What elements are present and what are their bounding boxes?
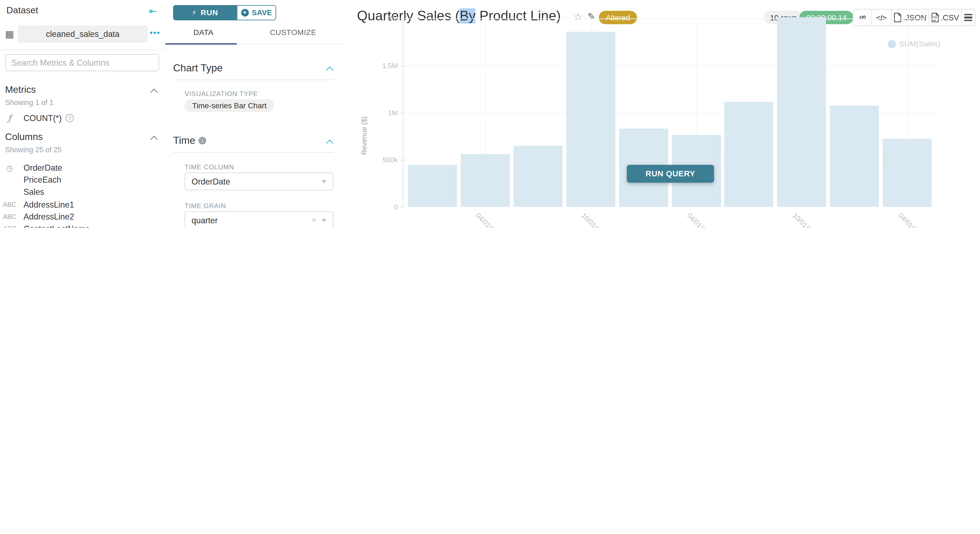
- metrics-collapse-icon[interactable]: [150, 89, 158, 96]
- function-icon: ƒ: [0, 113, 19, 122]
- bar-2003-01-01[interactable]: [408, 165, 457, 207]
- column-item-AddressLine2[interactable]: ABCAddressLine2: [0, 211, 160, 223]
- metrics-showing-count: Showing 1 of 1: [5, 99, 53, 106]
- column-label: OrderDate: [24, 163, 62, 172]
- axis-tick: [400, 19, 403, 19]
- column-item-AddressLine1[interactable]: ABCAddressLine1: [0, 199, 160, 211]
- column-label: ContactLastName: [24, 224, 90, 228]
- str-type-icon: ABC: [0, 213, 19, 220]
- y-tick-label: 1.5M: [372, 62, 398, 70]
- time-column-select[interactable]: OrderDate: [185, 173, 333, 191]
- chart-type-section-title: Chart Type: [173, 62, 223, 74]
- metric-item[interactable]: ƒ COUNT(*) ?: [0, 112, 160, 124]
- str-type-icon: ABC: [0, 225, 19, 228]
- columns-section-title: Columns: [5, 131, 43, 142]
- bar-2003-07-01[interactable]: [513, 146, 562, 207]
- y-tick-label: 500k: [372, 156, 398, 164]
- dataset-options-icon[interactable]: •••: [150, 28, 160, 37]
- active-tab-underline: [165, 43, 237, 44]
- y-tick-label: 0: [372, 203, 398, 211]
- x-tick-label: 10/01/2004: [791, 211, 821, 228]
- x-tick-label: 10/01/2003: [580, 211, 610, 228]
- gridline: [403, 66, 939, 66]
- time-section-title: Timei: [173, 135, 206, 146]
- run-query-button[interactable]: RUN QUERY: [627, 165, 714, 183]
- column-item-Sales[interactable]: Sales: [0, 186, 160, 199]
- plus-circle-icon: +: [241, 9, 248, 17]
- edit-title-icon[interactable]: ✎: [587, 11, 595, 22]
- dataset-panel: Dataset ⇤ ▦ cleaned_sales_data ••• Metri…: [0, 0, 166, 228]
- x-tick-label: 04/01/2004: [686, 211, 716, 228]
- column-label: AddressLine1: [24, 200, 74, 209]
- control-panel: ⚡ RUN + SAVE DATA CUSTOMIZE Chart Type V…: [165, 0, 344, 228]
- chart-type-collapse-icon[interactable]: [326, 67, 333, 74]
- lightning-icon: ⚡: [192, 9, 197, 17]
- chevron-down-icon: [321, 180, 326, 183]
- y-axis-line: [403, 19, 403, 208]
- column-item-OrderDate[interactable]: ◷OrderDate: [0, 162, 160, 174]
- tab-customize[interactable]: CUSTOMIZE: [270, 28, 317, 37]
- export-json-button[interactable]: .JSON: [892, 10, 929, 25]
- viz-type-label: VISUALIZATION TYPE: [185, 90, 258, 97]
- columns-showing-count: Showing 25 of 25: [5, 146, 62, 153]
- time-grain-label: TIME GRAIN: [185, 202, 226, 210]
- legend-label: SUM(Sales): [899, 39, 940, 48]
- bar-2004-07-01[interactable]: [724, 102, 773, 207]
- time-grain-select[interactable]: quarter ×: [185, 211, 333, 228]
- bar-2005-01-01[interactable]: [830, 106, 879, 207]
- selected-text: By: [460, 8, 476, 23]
- axis-tick: [400, 160, 403, 161]
- dataset-name[interactable]: cleaned_sales_data: [18, 25, 148, 43]
- time-type-icon: ◷: [0, 163, 19, 172]
- metrics-columns-search-input[interactable]: [5, 54, 159, 71]
- divider: [0, 50, 165, 50]
- dataset-panel-title: Dataset: [6, 5, 38, 16]
- embed-code-button[interactable]: </>: [872, 10, 892, 25]
- tab-data[interactable]: DATA: [193, 28, 213, 37]
- menu-button[interactable]: [962, 10, 975, 25]
- chart-legend[interactable]: SUM(Sales): [888, 39, 940, 48]
- bar-2003-10-01[interactable]: [566, 32, 615, 207]
- axis-tick: [400, 66, 403, 66]
- bar-2003-04-01[interactable]: [461, 154, 510, 207]
- gridline: [403, 19, 939, 19]
- time-collapse-icon[interactable]: [326, 140, 333, 147]
- copy-link-button[interactable]: [853, 10, 872, 25]
- legend-marker-icon: [888, 40, 896, 48]
- viz-type-pill[interactable]: Time-series Bar Chart: [185, 99, 274, 112]
- column-label: Sales: [24, 187, 44, 197]
- info-icon: i: [199, 137, 206, 145]
- collapse-panel-icon[interactable]: ⇤: [149, 6, 157, 16]
- altered-badge: Altered: [599, 11, 637, 24]
- dataset-table-icon: ▦: [5, 29, 14, 40]
- bar-2004-10-01[interactable]: [777, 17, 826, 207]
- code-icon: </>: [877, 14, 886, 21]
- column-label: PriceEach: [24, 175, 61, 184]
- column-item-PriceEach[interactable]: PriceEach: [0, 174, 160, 186]
- favorite-star-icon[interactable]: ☆: [573, 11, 582, 23]
- export-csv-button[interactable]: .CSV: [929, 10, 962, 25]
- y-axis-title: Revenue ($): [360, 97, 368, 174]
- str-type-icon: ABC: [0, 201, 19, 208]
- bar-2005-04-01[interactable]: [883, 139, 932, 207]
- main-area: Quarterly Sales (By Product Line) ☆ ✎ Al…: [344, 0, 980, 228]
- y-tick-label: 2M: [372, 15, 398, 22]
- column-item-ContactLastName[interactable]: ABCContactLastName: [0, 223, 160, 228]
- export-toolbar: </> .JSON .CSV: [853, 9, 976, 26]
- axis-tick: [400, 113, 403, 113]
- metrics-section-title: Metrics: [5, 84, 36, 95]
- superset-explore-page: Dataset ⇤ ▦ cleaned_sales_data ••• Metri…: [0, 0, 980, 228]
- help-icon[interactable]: ?: [65, 114, 73, 122]
- column-label: AddressLine2: [24, 212, 74, 221]
- divider: [173, 152, 333, 153]
- columns-collapse-icon[interactable]: [150, 136, 158, 143]
- clear-icon[interactable]: ×: [312, 216, 316, 225]
- save-button[interactable]: + SAVE: [237, 5, 276, 21]
- axis-tick: [400, 207, 403, 207]
- run-button[interactable]: ⚡ RUN: [173, 5, 237, 21]
- x-tick-label: 04/01/2003: [475, 211, 505, 228]
- link-icon: [858, 13, 867, 22]
- y-tick-label: 1M: [372, 109, 398, 116]
- metric-label: COUNT(*): [24, 113, 62, 122]
- divider: [173, 79, 333, 80]
